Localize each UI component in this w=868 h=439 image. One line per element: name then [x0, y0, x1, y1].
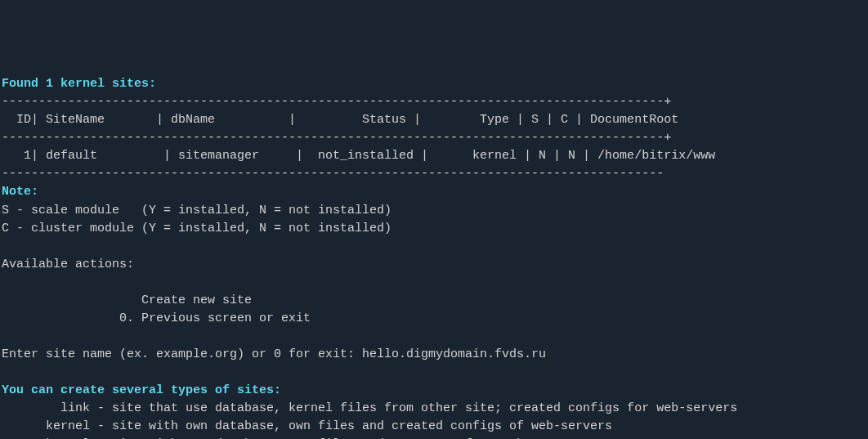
available-actions-header: Available actions:	[2, 258, 134, 271]
action-previous-exit: 0. Previous screen or exit	[2, 311, 311, 325]
table-header-row: ID| SiteName | dbName | Status | Type | …	[2, 113, 678, 127]
site-types-header: You can create several types of sites:	[2, 383, 281, 397]
site-type-kernel: kernel - site with own database, own fil…	[2, 419, 612, 433]
table-divider-bottom: ----------------------------------------…	[2, 167, 664, 181]
table-data-row: 1| default | sitemanager | not_installed…	[2, 149, 715, 163]
note-label: Note:	[2, 185, 38, 199]
action-create-site: Create new site	[2, 293, 252, 307]
note-scale-line: S - scale module (Y = installed, N = not…	[2, 204, 391, 217]
note-cluster-line: C - cluster module (Y = installed, N = n…	[2, 222, 391, 235]
site-type-link: link - site that use database, kernel fi…	[2, 401, 737, 415]
site-name-prompt-line: Enter site name (ex. example.org) or 0 f…	[2, 347, 546, 361]
found-sites-header: Found 1 kernel sites:	[2, 77, 156, 91]
table-divider-top: ----------------------------------------…	[2, 95, 671, 109]
table-divider-mid: ----------------------------------------…	[2, 131, 671, 145]
